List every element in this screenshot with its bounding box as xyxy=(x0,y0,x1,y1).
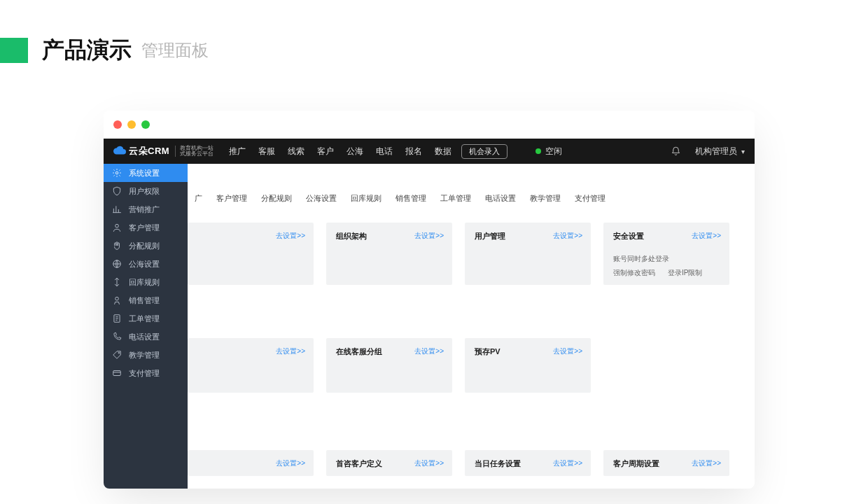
sidebar-item-label: 公海设置 xyxy=(129,259,160,270)
card-configure-link[interactable]: 去设置>> xyxy=(414,346,444,356)
subtab[interactable]: 电话设置 xyxy=(478,189,523,208)
person-icon xyxy=(112,223,122,232)
page-heading: 产品演示 管理面板 xyxy=(0,35,209,66)
nav-item[interactable]: 客服 xyxy=(258,146,275,158)
sidebar-item-globe[interactable]: 公海设置 xyxy=(104,255,188,273)
sidebar-item-label: 工单管理 xyxy=(129,314,160,324)
logo-text: 云朵CRM xyxy=(129,145,169,158)
settings-card: 安全设置去设置>>账号同时多处登录强制修改密码登录IP限制 xyxy=(603,223,729,285)
nav-item[interactable]: 电话 xyxy=(376,146,393,158)
card-configure-link[interactable]: 去设置>> xyxy=(553,346,582,356)
sidebar-item-card[interactable]: 支付管理 xyxy=(104,364,188,382)
maximize-icon[interactable] xyxy=(141,120,150,129)
sidebar-item-sales[interactable]: 销售管理 xyxy=(104,291,188,309)
chart-icon xyxy=(112,204,122,214)
status-indicator: 空闲 xyxy=(536,146,562,158)
gear-icon xyxy=(112,168,122,178)
card-configure-link[interactable]: 去设置>> xyxy=(414,231,444,241)
settings-card: 首咨客户定义去设置>> xyxy=(326,450,452,476)
subtab[interactable]: 公海设置 xyxy=(299,189,344,208)
cloud-icon xyxy=(113,145,126,158)
subtab[interactable]: 支付管理 xyxy=(568,189,612,208)
record-button[interactable]: 机会录入 xyxy=(461,144,507,159)
card-icon xyxy=(112,368,122,378)
nav-items: 推广 客服 线索 客户 公海 电话 报名 数据 xyxy=(229,146,451,158)
settings-card: 去设置>> xyxy=(188,450,314,476)
sidebar-item-label: 支付管理 xyxy=(129,368,160,379)
nav-item[interactable]: 推广 xyxy=(229,146,246,158)
settings-card: 组织架构去设置>> xyxy=(326,223,452,285)
window-chrome xyxy=(104,111,755,139)
status-label: 空闲 xyxy=(545,146,562,158)
sidebar-item-label: 电话设置 xyxy=(129,332,160,342)
subtab[interactable]: 回库规则 xyxy=(344,189,388,208)
card-configure-link[interactable]: 去设置>> xyxy=(553,458,582,468)
sidebar-item-label: 教学管理 xyxy=(129,350,160,360)
sidebar-item-label: 回库规则 xyxy=(129,277,160,288)
sidebar: 系统设置用户权限营销推广客户管理分配规则公海设置回库规则销售管理工单管理电话设置… xyxy=(104,164,188,489)
hand-icon xyxy=(112,241,122,251)
card-configure-link[interactable]: 去设置>> xyxy=(276,346,305,356)
sidebar-item-doc[interactable]: 工单管理 xyxy=(104,309,188,328)
card-sub-link[interactable]: 账号同时多处登录 xyxy=(613,254,669,264)
cards-area: 去设置>>组织架构去设置>>用户管理去设置>>安全设置去设置>>账号同时多处登录… xyxy=(188,223,755,476)
sidebar-item-recycle[interactable]: 回库规则 xyxy=(104,273,188,291)
subtab[interactable]: 分配规则 xyxy=(254,189,299,208)
card-configure-link[interactable]: 去设置>> xyxy=(692,458,721,468)
recycle-icon xyxy=(112,277,122,287)
card-body: 账号同时多处登录强制修改密码登录IP限制 xyxy=(613,254,720,278)
card-configure-link[interactable]: 去设置>> xyxy=(276,231,305,241)
sidebar-item-label: 分配规则 xyxy=(129,241,160,251)
tag-icon xyxy=(112,350,122,360)
svg-point-1 xyxy=(115,224,119,227)
sidebar-item-label: 营销推广 xyxy=(129,204,160,215)
subtabs: 广客户管理分配规则公海设置回库规则销售管理工单管理电话设置教学管理支付管理 xyxy=(188,189,612,208)
subtab[interactable]: 广 xyxy=(188,189,209,208)
card-configure-link[interactable]: 去设置>> xyxy=(692,231,721,241)
sidebar-item-chart[interactable]: 营销推广 xyxy=(104,200,188,218)
sidebar-item-shield[interactable]: 用户权限 xyxy=(104,182,188,200)
doc-icon xyxy=(112,314,122,323)
minimize-icon[interactable] xyxy=(127,120,136,129)
nav-item[interactable]: 数据 xyxy=(435,146,451,158)
settings-card: 当日任务设置去设置>> xyxy=(465,450,591,476)
nav-item[interactable]: 公海 xyxy=(346,146,363,158)
subtab[interactable]: 销售管理 xyxy=(388,189,433,208)
sidebar-item-label: 销售管理 xyxy=(129,295,160,306)
svg-rect-6 xyxy=(113,371,121,376)
logo[interactable]: 云朵CRM 教育机构一站 式服务云平台 xyxy=(113,145,214,158)
logo-tagline: 教育机构一站 式服务云平台 xyxy=(175,146,214,158)
card-sub-link[interactable]: 登录IP限制 xyxy=(668,268,702,278)
sidebar-item-phone[interactable]: 电话设置 xyxy=(104,328,188,346)
sidebar-item-tag[interactable]: 教学管理 xyxy=(104,346,188,364)
top-nav: 云朵CRM 教育机构一站 式服务云平台 推广 客服 线索 客户 公海 电话 报名… xyxy=(104,139,755,164)
shield-icon xyxy=(112,186,122,196)
sidebar-item-label: 系统设置 xyxy=(129,168,160,178)
subtab[interactable]: 工单管理 xyxy=(433,189,478,208)
page-title-main: 产品演示 xyxy=(42,35,132,66)
page-title-sub: 管理面板 xyxy=(141,39,209,62)
status-dot-icon xyxy=(536,148,541,154)
nav-item[interactable]: 线索 xyxy=(288,146,304,158)
bell-icon[interactable] xyxy=(671,146,681,157)
globe-icon xyxy=(112,259,122,269)
sidebar-item-person[interactable]: 客户管理 xyxy=(104,218,188,237)
sidebar-item-hand[interactable]: 分配规则 xyxy=(104,237,188,255)
svg-point-5 xyxy=(118,352,120,354)
subtab[interactable]: 客户管理 xyxy=(209,189,254,208)
accent-bar xyxy=(0,38,28,63)
user-menu[interactable]: 机构管理员 ▾ xyxy=(695,146,745,158)
subtab[interactable]: 教学管理 xyxy=(523,189,568,208)
card-sub-link[interactable]: 强制修改密码 xyxy=(613,268,655,278)
nav-item[interactable]: 报名 xyxy=(405,146,422,158)
settings-card: 用户管理去设置>> xyxy=(465,223,591,285)
user-label: 机构管理员 xyxy=(695,146,737,158)
card-configure-link[interactable]: 去设置>> xyxy=(553,231,582,241)
nav-right: 机构管理员 ▾ xyxy=(671,146,745,158)
sidebar-item-label: 客户管理 xyxy=(129,223,160,233)
nav-item[interactable]: 客户 xyxy=(317,146,334,158)
card-configure-link[interactable]: 去设置>> xyxy=(414,458,444,468)
close-icon[interactable] xyxy=(113,120,122,129)
card-configure-link[interactable]: 去设置>> xyxy=(276,458,305,468)
sidebar-item-gear[interactable]: 系统设置 xyxy=(104,164,188,182)
